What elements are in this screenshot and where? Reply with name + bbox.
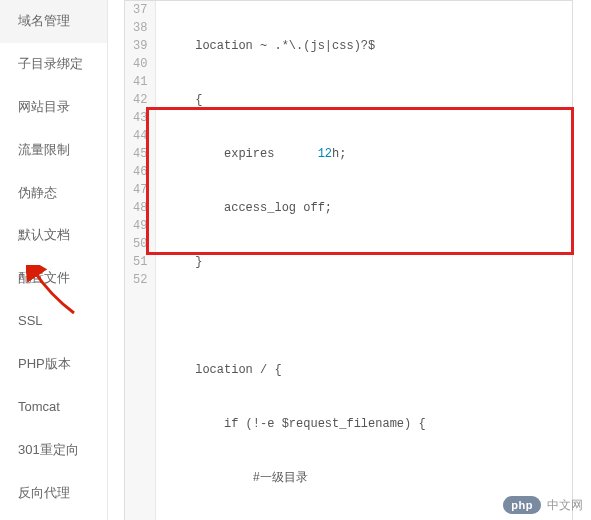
line-gutter: 37 38 39 40 41 42 43 44 45 46 47 48 49 5… bbox=[125, 1, 156, 520]
main-panel: 37 38 39 40 41 42 43 44 45 46 47 48 49 5… bbox=[108, 0, 591, 520]
sidebar-item-webdir[interactable]: 网站目录 bbox=[0, 86, 107, 129]
sidebar-item-config[interactable]: 配置文件 bbox=[0, 257, 107, 300]
code-editor[interactable]: 37 38 39 40 41 42 43 44 45 46 47 48 49 5… bbox=[124, 0, 573, 520]
sidebar-item-proxy[interactable]: 反向代理 bbox=[0, 472, 107, 515]
code-content[interactable]: location ~ .*\.(js|css)?$ { expires 12h;… bbox=[156, 1, 572, 520]
sidebar-item-defaultdoc[interactable]: 默认文档 bbox=[0, 214, 107, 257]
sidebar-item-ssl[interactable]: SSL bbox=[0, 300, 107, 343]
sidebar-item-301[interactable]: 301重定向 bbox=[0, 429, 107, 472]
watermark-text: 中文网 bbox=[547, 497, 583, 514]
sidebar-item-hotlink[interactable]: 防盗链 bbox=[0, 515, 107, 520]
sidebar-item-traffic[interactable]: 流量限制 bbox=[0, 129, 107, 172]
sidebar-item-rewrite[interactable]: 伪静态 bbox=[0, 172, 107, 215]
sidebar: 域名管理 子目录绑定 网站目录 流量限制 伪静态 默认文档 配置文件 SSL P… bbox=[0, 0, 108, 520]
sidebar-item-phpver[interactable]: PHP版本 bbox=[0, 343, 107, 386]
sidebar-item-subdir[interactable]: 子目录绑定 bbox=[0, 43, 107, 86]
sidebar-item-tomcat[interactable]: Tomcat bbox=[0, 386, 107, 429]
watermark: php 中文网 bbox=[503, 496, 583, 514]
watermark-badge: php bbox=[503, 496, 541, 514]
sidebar-item-domain[interactable]: 域名管理 bbox=[0, 0, 107, 43]
